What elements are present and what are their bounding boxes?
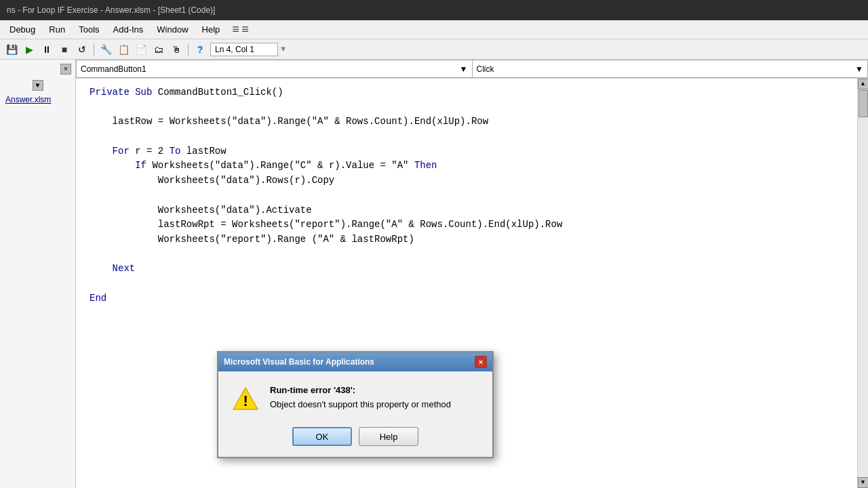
procedure-dropdown[interactable]: Click ▼	[473, 60, 869, 78]
scroll-thumb[interactable]	[859, 90, 868, 117]
code-editor[interactable]: CommandButton1 ▼ Click ▼ Private Sub Com…	[76, 60, 868, 488]
toolbar-stop-btn[interactable]: ■	[57, 42, 72, 57]
sidebar-scroll-btn[interactable]: ▼	[33, 80, 43, 91]
scroll-up-btn[interactable]: ▲	[858, 79, 869, 89]
scroll-down-btn[interactable]: ▼	[858, 477, 869, 488]
menu-tools[interactable]: Tools	[73, 22, 104, 37]
toolbar-design-btn[interactable]: 🔧	[98, 42, 113, 57]
dialog-titlebar: Microsoft Visual Basic for Applications …	[218, 352, 492, 371]
sidebar-close-btn[interactable]: ×	[60, 64, 71, 75]
separator-2	[188, 43, 189, 56]
dialog-ok-btn[interactable]: OK	[292, 427, 352, 446]
dialog-content: Run-time error '438': Object doesn't sup…	[270, 385, 479, 409]
menu-run[interactable]: Run	[43, 22, 71, 37]
module-icon[interactable]: ≡	[241, 23, 249, 37]
title-bar: ns - For Loop IF Exercise - Answer.xlsm …	[0, 0, 868, 20]
dialog-error-title: Run-time error '438':	[270, 385, 479, 395]
toolbar-class-btn[interactable]: 🗂	[151, 42, 166, 57]
dialog-help-btn[interactable]: Help	[359, 427, 418, 446]
code-lines[interactable]: Private Sub CommandButton1_Click() lastR…	[76, 79, 868, 312]
toolbar: 💾 ▶ ⏸ ■ ↺ 🔧 📋 📄 🗂 🖱 ? Ln 4, Col 1 ▼	[0, 39, 868, 60]
dialog-error-msg: Object doesn't support this property or …	[270, 399, 479, 409]
toolbar-pause-btn[interactable]: ⏸	[39, 42, 54, 57]
editor-dropdowns: CommandButton1 ▼ Click ▼	[76, 60, 868, 79]
menu-debug[interactable]: Debug	[4, 22, 41, 37]
menu-help[interactable]: Help	[197, 22, 226, 37]
error-dialog: Microsoft Visual Basic for Applications …	[217, 351, 494, 458]
vertical-scrollbar[interactable]: ▲ ▼	[857, 79, 868, 488]
toolbar-cursor-btn[interactable]: 🖱	[169, 42, 184, 57]
toolbar-reset-btn[interactable]: ↺	[75, 42, 90, 57]
object-dropdown[interactable]: CommandButton1 ▼	[76, 60, 473, 78]
menu-addins[interactable]: Add-Ins	[108, 22, 149, 37]
sidebar: × ▼ Answer.xlsm	[0, 60, 76, 488]
menu-bar: Debug Run Tools Add-Ins Window Help ≡ ≡	[0, 20, 868, 39]
toolbar-module-btn[interactable]: 📄	[134, 42, 149, 57]
toolbar-userform-btn[interactable]: 📋	[116, 42, 131, 57]
position-indicator: Ln 4, Col 1	[210, 43, 278, 56]
toolbar-help-btn[interactable]: ?	[193, 42, 208, 57]
dialog-close-btn[interactable]: ×	[475, 356, 487, 368]
sidebar-project-item[interactable]: Answer.xlsm	[0, 92, 75, 107]
main-area: × ▼ Answer.xlsm CommandButton1 ▼ Click ▼…	[0, 60, 868, 488]
bookmark-icon[interactable]: ≡	[232, 23, 239, 37]
toolbar-save-btn[interactable]: 💾	[4, 42, 19, 57]
dialog-title-text: Microsoft Visual Basic for Applications	[224, 357, 374, 367]
toolbar-run-btn[interactable]: ▶	[22, 42, 37, 57]
svg-text:!: !	[241, 394, 250, 411]
separator-1	[94, 43, 94, 56]
dialog-buttons: OK Help	[218, 419, 492, 457]
title-text: ns - For Loop IF Exercise - Answer.xlsm …	[7, 5, 215, 15]
scroll-down-arrow[interactable]: ▼	[281, 45, 285, 54]
warning-icon: !	[232, 385, 259, 412]
menu-window[interactable]: Window	[151, 22, 193, 37]
scroll-track	[858, 89, 868, 477]
dialog-body: ! Run-time error '438': Object doesn't s…	[218, 371, 492, 419]
